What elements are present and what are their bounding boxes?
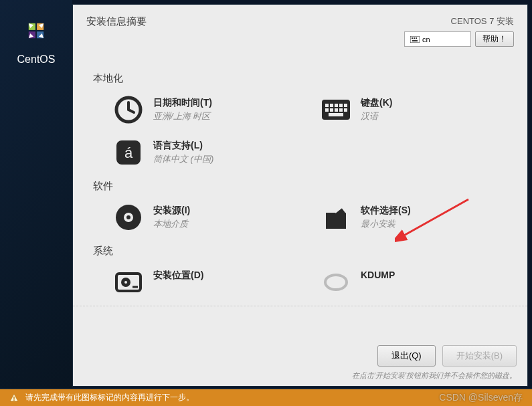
spoke-kdump[interactable]: KDUMP: [321, 267, 488, 298]
spoke-datetime[interactable]: 日期和时间(T) 亚洲/上海 时区: [113, 94, 280, 125]
svg-line-11: [128, 110, 134, 112]
svg-point-28: [126, 215, 130, 219]
spoke-status: 汉语: [361, 110, 392, 122]
svg-rect-17: [344, 104, 347, 107]
spoke-keyboard[interactable]: 键盘(K) 汉语: [321, 94, 488, 125]
spoke-title: 安装源(I): [153, 205, 190, 217]
help-button[interactable]: 帮助！: [475, 31, 514, 47]
quit-button[interactable]: 退出(Q): [377, 345, 436, 367]
warning-text: 请先完成带有此图标标记的内容再进行下一步。: [25, 392, 194, 403]
svg-rect-4: [410, 36, 420, 43]
svg-point-33: [325, 275, 347, 290]
spoke-status: 简体中文 (中国): [153, 153, 213, 165]
language-icon: á: [113, 137, 144, 168]
spoke-title: KDUMP: [361, 270, 395, 280]
svg-rect-16: [339, 104, 343, 107]
spoke-installation-destination[interactable]: 安装位置(D): [113, 267, 280, 298]
svg-rect-13: [325, 104, 329, 107]
svg-rect-8: [412, 40, 418, 41]
svg-rect-15: [335, 104, 338, 107]
spoke-title: 软件选择(S): [361, 205, 411, 217]
spoke-title: 日期和时间(T): [153, 97, 212, 109]
spoke-installation-source[interactable]: 安装源(I) 本地介质: [113, 202, 280, 233]
svg-point-31: [124, 281, 127, 284]
product-name: CENTOS 7 安装: [404, 15, 514, 27]
spoke-title: 语言支持(L): [153, 140, 213, 152]
package-icon: [321, 202, 351, 233]
svg-text:!: !: [13, 395, 15, 402]
footer-note: 在点击'开始安装'按钮前我们并不会操作您的磁盘。: [352, 371, 517, 381]
warning-bar: ! 请先完成带有此图标标记的内容再进行下一步。: [0, 389, 532, 406]
svg-rect-20: [335, 108, 338, 112]
spoke-status: 最小安装: [361, 218, 411, 230]
spoke-status: 本地介质: [153, 218, 190, 230]
section-software: 软件: [93, 180, 507, 193]
svg-rect-14: [330, 104, 333, 107]
begin-install-button[interactable]: 开始安装(B): [442, 345, 517, 367]
svg-rect-21: [339, 108, 343, 112]
keyboard-layout-indicator[interactable]: cn: [404, 31, 471, 47]
svg-rect-23: [329, 113, 343, 116]
warning-icon: !: [9, 393, 19, 403]
spoke-status: 亚洲/上海 时区: [153, 110, 212, 122]
disc-icon: [113, 202, 144, 233]
spoke-software-selection[interactable]: 软件选择(S) 最小安装: [321, 202, 488, 233]
svg-rect-22: [344, 108, 347, 112]
lang-code: cn: [422, 35, 430, 43]
section-system: 系统: [93, 245, 507, 258]
page-title: 安装信息摘要: [86, 15, 147, 47]
keyboard-icon: [321, 94, 351, 125]
spoke-title: 安装位置(D): [153, 270, 203, 282]
brand-name: CentOS: [17, 54, 56, 65]
kdump-icon: [321, 267, 351, 298]
svg-rect-7: [416, 37, 417, 39]
svg-text:á: á: [124, 144, 133, 161]
clock-icon: [113, 94, 144, 125]
centos-logo: CentOS: [12, 12, 60, 66]
main-panel: 安装信息摘要 CENTOS 7 安装 cn 帮助！ 本地化 日期和时间(T) 亚…: [72, 4, 528, 387]
harddrive-icon: [113, 267, 144, 298]
svg-rect-5: [412, 37, 413, 39]
spoke-title: 键盘(K): [361, 97, 392, 109]
svg-rect-18: [325, 108, 329, 112]
section-localization: 本地化: [93, 72, 507, 85]
svg-rect-19: [330, 108, 333, 112]
spoke-language[interactable]: á 语言支持(L) 简体中文 (中国): [113, 137, 280, 168]
svg-rect-6: [414, 37, 415, 39]
